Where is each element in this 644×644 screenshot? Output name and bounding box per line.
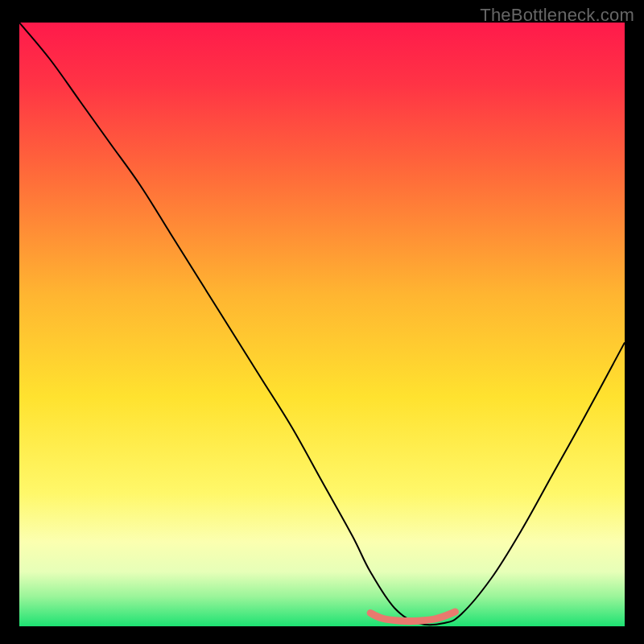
- chart-container: TheBottleneck.com: [0, 0, 644, 644]
- chart-svg: [19, 23, 625, 626]
- chart-plot: [19, 23, 625, 626]
- watermark-text: TheBottleneck.com: [480, 5, 634, 26]
- background-gradient: [19, 23, 625, 626]
